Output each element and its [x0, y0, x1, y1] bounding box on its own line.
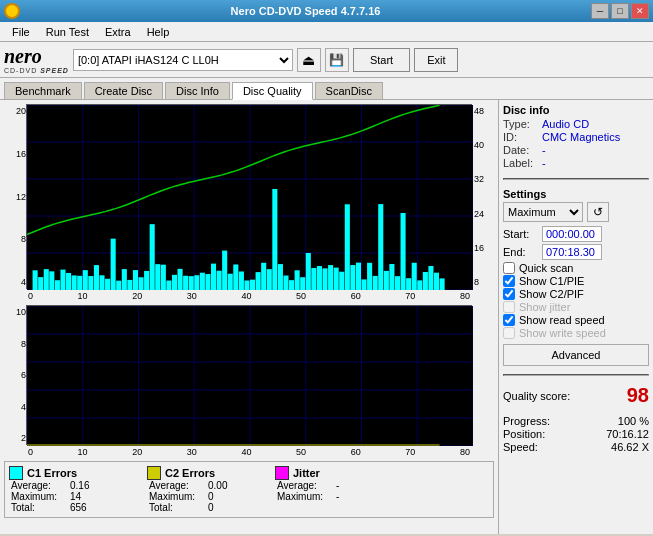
- legend-c1-label: C1 Errors: [27, 467, 77, 479]
- date-value: -: [542, 144, 546, 156]
- show-write-speed-label: Show write speed: [519, 327, 606, 339]
- y-right-8: 8: [474, 277, 479, 287]
- legend-jitter-header: Jitter: [275, 466, 395, 480]
- refresh-button[interactable]: ↺: [587, 202, 609, 222]
- position-row: Position: 70:16.12: [503, 428, 649, 440]
- close-button[interactable]: ✕: [631, 3, 649, 19]
- menu-help[interactable]: Help: [139, 22, 178, 41]
- y-label-12: 12: [16, 192, 26, 202]
- type-label: Type:: [503, 118, 538, 130]
- speed-label: Speed:: [503, 441, 538, 453]
- disc-label-value: -: [542, 157, 546, 169]
- position-label: Position:: [503, 428, 545, 440]
- legend-jitter-label: Jitter: [293, 467, 320, 479]
- tab-create-disc[interactable]: Create Disc: [84, 82, 163, 99]
- start-value: 000:00.00: [542, 226, 602, 242]
- quality-score-section: Quality score: 98: [503, 384, 649, 407]
- id-value: CMC Magnetics: [542, 131, 620, 143]
- c2-avg-label: Average:: [149, 480, 204, 491]
- start-label: Start:: [503, 228, 538, 240]
- tab-benchmark[interactable]: Benchmark: [4, 82, 82, 99]
- xb-50: 50: [296, 447, 306, 457]
- show-write-speed-row: Show write speed: [503, 327, 649, 339]
- bottom-chart-canvas: [26, 305, 472, 445]
- y-right-40: 40: [474, 140, 484, 150]
- xb-0: 0: [28, 447, 33, 457]
- x-label-80: 80: [460, 291, 470, 301]
- quick-scan-row: Quick scan: [503, 262, 649, 274]
- position-value: 70:16.12: [606, 428, 649, 440]
- y-right-48: 48: [474, 106, 484, 116]
- c1-max-row: Maximum: 14: [11, 491, 139, 502]
- menu-extra[interactable]: Extra: [97, 22, 139, 41]
- toolbar: nero CD-DVD SPEED [0:0] ATAPI iHAS124 C …: [0, 42, 653, 78]
- y-right-24: 24: [474, 209, 484, 219]
- tab-scan-disc[interactable]: ScanDisc: [315, 82, 383, 99]
- legend-c2-header: C2 Errors: [147, 466, 267, 480]
- c1-total-row: Total: 656: [11, 502, 139, 513]
- legend-jitter-box: [275, 466, 289, 480]
- show-read-speed-checkbox[interactable]: [503, 314, 515, 326]
- jitter-avg-label: Average:: [277, 480, 332, 491]
- c2-max-row: Maximum: 0: [149, 491, 267, 502]
- top-chart-canvas: [26, 104, 472, 289]
- legend-c1-header: C1 Errors: [9, 466, 139, 480]
- disc-label-row: Label: -: [503, 157, 649, 169]
- show-c2-checkbox[interactable]: [503, 288, 515, 300]
- start-button[interactable]: Start: [353, 48, 410, 72]
- titlebar: Nero CD-DVD Speed 4.7.7.16 ─ □ ✕: [0, 0, 653, 22]
- settings-title: Settings: [503, 188, 649, 200]
- maximize-button[interactable]: □: [611, 3, 629, 19]
- jitter-max-row: Maximum: -: [277, 491, 395, 502]
- settings-section: Settings Maximum ↺ Start: 000:00.00 End:…: [503, 188, 649, 366]
- nero-logo: nero CD-DVD SPEED: [4, 45, 69, 75]
- exit-button[interactable]: Exit: [414, 48, 458, 72]
- jitter-avg-row: Average: -: [277, 480, 395, 491]
- tab-disc-info[interactable]: Disc Info: [165, 82, 230, 99]
- divider2: [503, 374, 649, 376]
- progress-label: Progress:: [503, 415, 550, 427]
- xb-60: 60: [351, 447, 361, 457]
- x-label-40: 40: [241, 291, 251, 301]
- show-c1-checkbox[interactable]: [503, 275, 515, 287]
- tab-disc-quality[interactable]: Disc Quality: [232, 82, 313, 100]
- quick-scan-checkbox[interactable]: [503, 262, 515, 274]
- menu-run-test[interactable]: Run Test: [38, 22, 97, 41]
- show-c2-row: Show C2/PIF: [503, 288, 649, 300]
- titlebar-buttons: ─ □ ✕: [591, 3, 649, 19]
- end-label: End:: [503, 246, 538, 258]
- show-read-speed-label: Show read speed: [519, 314, 605, 326]
- c2-avg-value: 0.00: [208, 480, 227, 491]
- show-jitter-label: Show jitter: [519, 301, 570, 313]
- y-right-16: 16: [474, 243, 484, 253]
- y-label-16: 16: [16, 149, 26, 159]
- legend: C1 Errors Average: 0.16 Maximum: 14 Tota…: [4, 461, 494, 518]
- end-time-row: End: 070:18.30: [503, 244, 649, 260]
- speed-row-quality: Speed: 46.62 X: [503, 441, 649, 453]
- legend-c1-box: [9, 466, 23, 480]
- jitter-max-value: -: [336, 491, 339, 502]
- c1-avg-value: 0.16: [70, 480, 89, 491]
- c2-total-label: Total:: [149, 502, 204, 513]
- advanced-button[interactable]: Advanced: [503, 344, 649, 366]
- chart-area: 20 16 12 8 4 48 40 32 24 16 8: [0, 100, 498, 534]
- top-chart-section: 20 16 12 8 4 48 40 32 24 16 8: [4, 104, 494, 289]
- eject-icon-button[interactable]: ⏏: [297, 48, 321, 72]
- speed-select[interactable]: Maximum: [503, 202, 583, 222]
- menu-file[interactable]: File: [4, 22, 38, 41]
- progress-value: 100 %: [618, 415, 649, 427]
- c2-total-value: 0: [208, 502, 214, 513]
- xb-40: 40: [241, 447, 251, 457]
- drive-select[interactable]: [0:0] ATAPI iHAS124 C LL0H: [73, 49, 293, 71]
- y-axis-left-top: 20 16 12 8 4: [4, 104, 26, 289]
- legend-c2: C2 Errors Average: 0.00 Maximum: 0 Total…: [147, 466, 267, 513]
- jitter-max-label: Maximum:: [277, 491, 332, 502]
- c2-avg-row: Average: 0.00: [149, 480, 267, 491]
- save-icon-button[interactable]: 💾: [325, 48, 349, 72]
- quality-score-label: Quality score:: [503, 390, 570, 402]
- end-value: 070:18.30: [542, 244, 602, 260]
- divider1: [503, 178, 649, 180]
- c2-max-label: Maximum:: [149, 491, 204, 502]
- xb-20: 20: [132, 447, 142, 457]
- minimize-button[interactable]: ─: [591, 3, 609, 19]
